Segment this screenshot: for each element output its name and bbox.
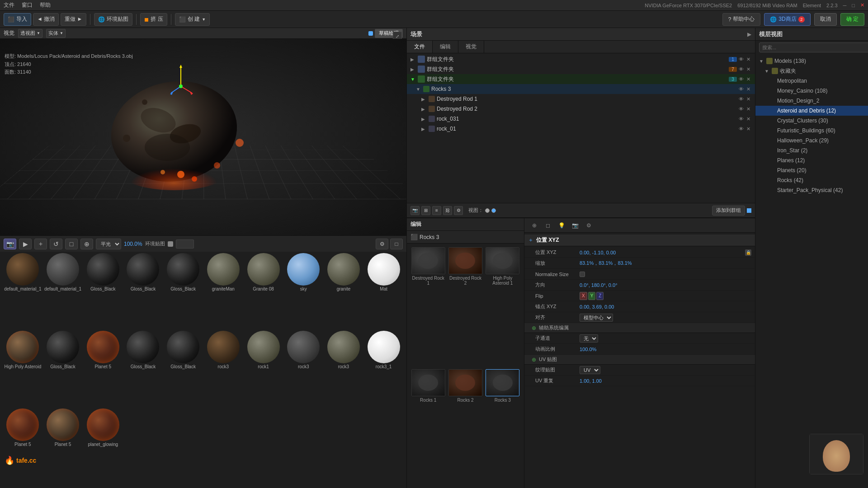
envmap-preview[interactable] (176, 239, 194, 249)
close-icon[interactable]: ✕ (745, 66, 751, 72)
lib-tree-item[interactable]: ▼Models (138) (755, 56, 868, 66)
eye-icon[interactable]: 👁 (738, 96, 744, 102)
material-item[interactable]: Mat (364, 253, 403, 329)
tab-light[interactable]: 💡 (555, 219, 568, 232)
lib-tree-item[interactable]: Futuristic_Buildings (60) (755, 126, 868, 136)
uv-section-header[interactable]: ⊕ UV 贴图 (524, 355, 755, 365)
close-icon[interactable]: ✕ (745, 126, 751, 132)
play-button[interactable]: ▶ (19, 239, 32, 249)
lib-tree-item[interactable]: Iron_Star (2) (755, 145, 868, 155)
lib-tree-item[interactable]: Halloween_Pack (29) (755, 136, 868, 145)
close-icon[interactable]: ✕ (745, 76, 751, 82)
transform-button[interactable]: ⊕ (80, 239, 93, 249)
material-item[interactable]: Planet 5 (4, 408, 42, 484)
lib-tree-item[interactable]: Asteroid and Debris (12) (755, 106, 868, 116)
viewport-canvas[interactable]: 模型: Models/Locus Pack/Asteroid and Debri… (0, 39, 406, 235)
thumb-item[interactable]: Rocks 3 (485, 369, 520, 484)
camera-icon[interactable]: 📷 (410, 206, 420, 215)
confirm-button[interactable]: 确 定 (840, 13, 864, 26)
grid-icon[interactable]: ⊞ (421, 206, 430, 215)
aux-section-header[interactable]: ⊕ 辅助系统编属 (524, 323, 755, 333)
close-icon[interactable]: ✕ (745, 106, 751, 112)
material-item[interactable]: Granite 08 (244, 253, 283, 329)
envmap-dot[interactable] (168, 241, 173, 247)
material-item[interactable]: Gloss_Black (164, 331, 203, 407)
scene-item-rock031[interactable]: ▶ rock_031 👁 ✕ (407, 114, 755, 124)
material-item[interactable]: rock1 (244, 331, 283, 407)
lib-tree-item[interactable]: Planes (12) (755, 155, 868, 165)
settings-icon[interactable]: ⚙ (454, 206, 463, 215)
material-item[interactable]: Gloss_Black (124, 253, 162, 329)
eye-icon[interactable]: 👁 (738, 66, 744, 72)
tab-physics[interactable]: ⚙ (582, 219, 595, 232)
thumb-item[interactable]: Destroyed Rock 2 (448, 247, 483, 367)
view-radio-2[interactable] (491, 208, 496, 213)
material-item[interactable]: Gloss_Black (44, 331, 82, 407)
material-item[interactable]: Planet 5 (84, 331, 122, 407)
material-item[interactable]: Gloss_Black (84, 253, 122, 329)
material-item[interactable]: Gloss_Black (124, 331, 162, 407)
add-group-button[interactable]: 添加到群组 (712, 206, 745, 216)
thumb-item[interactable]: Destroyed Rock 1 (410, 247, 446, 367)
tab-camera[interactable]: 📷 (569, 219, 581, 232)
rocks3-header[interactable]: ▼ Rocks 3 👁 ✕ (407, 84, 755, 94)
material-item[interactable]: planet_glowing (84, 408, 122, 484)
thumb-item[interactable]: Rocks 1 (410, 369, 446, 484)
render-settings-button[interactable]: ⚙ (376, 239, 388, 249)
perspective-dropdown[interactable]: 透视图 ▼ (18, 29, 42, 38)
close-icon[interactable]: ✕ (745, 86, 751, 92)
material-item[interactable]: Gloss_Black (164, 253, 203, 329)
scene-item-rock01[interactable]: ▶ rock_01 👁 ✕ (407, 124, 755, 134)
scene-item-destroyed-rod-1[interactable]: ▶ Destroyed Rod 1 👁 ✕ (407, 94, 755, 104)
link-icon[interactable]: ⛓ (443, 206, 452, 215)
tab-material[interactable]: ◻ (542, 219, 554, 232)
transform-section-header[interactable]: ＋ 位置 XYZ (524, 235, 755, 246)
scene-item-destroyed-rod-2[interactable]: ▶ Destroyed Rod 2 👁 ✕ (407, 104, 755, 114)
refresh-button[interactable]: ↺ (50, 239, 62, 249)
material-item[interactable]: default_material_1 (44, 253, 82, 329)
material-item[interactable]: sky (284, 253, 323, 329)
material-item[interactable]: Planet 5 (44, 408, 82, 484)
add-button[interactable]: ＋ (34, 239, 47, 249)
align-select[interactable]: 模型中心 (580, 314, 613, 322)
material-item[interactable]: High Poly Asteroid (4, 331, 42, 407)
render-view-button[interactable]: □ (390, 239, 403, 249)
lock-icon[interactable]: 🔒 (745, 249, 751, 256)
material-item[interactable]: granite (325, 253, 363, 329)
material-item[interactable]: rock3 (204, 331, 242, 407)
lib-search-input[interactable] (759, 42, 868, 52)
help-button[interactable]: ? 帮助中心 (722, 13, 761, 26)
flip-y-button[interactable]: Y (588, 292, 596, 300)
thumb-item[interactable]: Rocks 2 (448, 369, 483, 484)
lib-tree-item[interactable]: ▼收藏夹 (755, 66, 868, 76)
material-item[interactable]: default_material_1 (4, 253, 42, 329)
cancel-button[interactable]: 取消 (814, 13, 837, 26)
store-button[interactable]: 🌐 3D商店 2 (764, 13, 810, 26)
scene-group-1[interactable]: ▶ 群组文件夹 1 👁 ✕ (407, 54, 755, 64)
window-close[interactable]: ✕ (860, 2, 864, 8)
squeeze-button[interactable]: ◼ 挤 压 (140, 13, 167, 26)
transform-gizmo[interactable] (167, 64, 194, 100)
eye-icon[interactable]: 👁 (738, 106, 744, 112)
frame-button[interactable]: □ (65, 239, 78, 249)
flip-z-button[interactable]: Z (596, 292, 604, 300)
thumb-item[interactable]: High Poly Asteroid 1 (485, 247, 520, 367)
window-minimize[interactable]: ─ (843, 3, 847, 8)
scene-group-3[interactable]: ▼ 群组文件夹 3 👁 ✕ (407, 74, 755, 84)
scene-tab-file[interactable]: 文件 (407, 41, 433, 53)
eye-icon[interactable]: 👁 (738, 76, 744, 82)
solid-dropdown[interactable]: 实体 ▼ (46, 29, 66, 38)
material-item[interactable]: rock3_1 (364, 331, 403, 407)
scene-panel-expand[interactable]: ▶ (747, 31, 751, 38)
camera-button[interactable]: 📷 (4, 239, 16, 249)
material-item[interactable]: graniteMan (204, 253, 242, 329)
lib-tree-item[interactable]: Starter_Pack_Physical (42) (755, 185, 868, 195)
undo-button[interactable]: ◄ 撤消 (33, 13, 59, 26)
lib-tree-item[interactable]: Motion_Design_2 (755, 96, 868, 106)
menu-window[interactable]: 窗口 (22, 1, 33, 9)
eye-icon[interactable]: 👁 (738, 56, 744, 62)
eye-icon[interactable]: 👁 (738, 86, 744, 92)
mapping-select[interactable]: UV (580, 366, 600, 374)
lib-tree-item[interactable]: Crystal_Clusters (30) (755, 116, 868, 126)
layers-icon[interactable]: ≡ (432, 206, 441, 215)
